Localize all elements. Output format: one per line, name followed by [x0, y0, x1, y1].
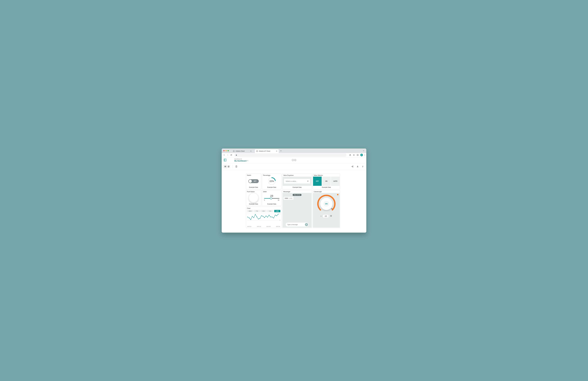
range-15d[interactable]: 15 D — [247, 210, 253, 212]
svg-point-32 — [247, 217, 248, 217]
svg-point-44 — [266, 216, 266, 216]
color-wheel[interactable]: ON ◀ — [317, 194, 336, 213]
info-button[interactable]: i — [361, 165, 364, 168]
tab-title: Arduino IoT Cloud — [259, 150, 270, 152]
selector-option-auto[interactable]: AUTO — [331, 177, 340, 186]
chart-plot: 1 0 — [246, 213, 281, 226]
brightness-input[interactable]: 100 — [323, 214, 329, 218]
share-button[interactable] — [351, 165, 354, 168]
widget-colored-light: Colored light ON ◀ — [313, 190, 340, 228]
svg-text:1: 1 — [280, 213, 280, 214]
svg-point-50 — [275, 215, 275, 215]
lock-icon — [236, 154, 237, 156]
browser-menu-icon[interactable] — [365, 154, 365, 156]
slider-value: 23 — [270, 194, 273, 197]
close-tab-icon[interactable] — [250, 150, 252, 152]
sidebar-toggle-icon[interactable] — [224, 159, 226, 161]
message-input-row — [286, 223, 309, 227]
profile-avatar[interactable]: S — [360, 154, 363, 156]
send-button[interactable] — [305, 223, 308, 226]
widget-push-button: Push Button Example Data — [246, 190, 261, 206]
svg-point-47 — [270, 216, 271, 217]
widget-chart: Chart 15 D 7 D 1 D 1 H LIVE 1 0 — [246, 207, 281, 228]
range-1d[interactable]: 1 D — [260, 210, 267, 212]
svg-text:0: 0 — [280, 220, 280, 221]
slider-thumb[interactable] — [270, 197, 272, 199]
wheel-marker-icon[interactable]: ◀ — [331, 208, 332, 210]
widget-percentage: Percentage 22% Example Data — [262, 174, 281, 189]
svg-point-51 — [276, 215, 277, 216]
push-button[interactable] — [249, 193, 258, 203]
svg-point-46 — [269, 215, 269, 215]
brightness-high-icon — [330, 215, 332, 217]
page-title[interactable]: My Dashboard — [234, 160, 248, 162]
svg-point-14 — [353, 167, 353, 167]
view-mode-button[interactable] — [224, 165, 227, 168]
brightness-low-icon — [321, 216, 321, 216]
window-min-dot[interactable] — [225, 150, 227, 151]
svg-point-48 — [272, 217, 272, 217]
svg-point-49 — [273, 218, 274, 218]
globe-icon — [233, 150, 235, 152]
chevron-down-icon — [247, 160, 248, 161]
arduino-logo-icon — [292, 159, 296, 161]
light-toggle[interactable]: ON — [323, 201, 329, 207]
svg-point-37 — [255, 214, 255, 215]
download-button[interactable] — [356, 165, 359, 168]
address-bar[interactable] — [234, 153, 346, 157]
widget-dropdown: Value Dropdown Select a value... Example… — [282, 174, 312, 189]
svg-point-42 — [263, 216, 263, 216]
bookmark-icon[interactable] — [353, 154, 355, 156]
svg-point-45 — [267, 217, 268, 217]
svg-point-36 — [253, 217, 254, 218]
selector-option-on[interactable]: ON — [322, 177, 331, 186]
tabs-overflow-icon[interactable] — [363, 150, 365, 152]
slider-track[interactable] — [264, 198, 279, 199]
widget-messenger: Messenger Mon 23 Oct Hello! 16:00 — [282, 190, 312, 228]
svg-point-19 — [331, 215, 331, 216]
widget-switch: Switch OFF Example Data — [246, 174, 261, 189]
breadcrumb: Dashboard — [234, 158, 248, 160]
svg-point-38 — [256, 216, 257, 217]
svg-point-40 — [260, 218, 260, 219]
browser-tab-active[interactable]: Arduino IoT Cloud — [255, 149, 279, 153]
new-tab-button[interactable]: + — [280, 150, 282, 152]
svg-point-35 — [252, 216, 252, 217]
device-view-button[interactable] — [235, 165, 238, 168]
tab-title: Arduino Cloud — [235, 150, 245, 152]
range-1h[interactable]: 1 H — [267, 210, 273, 212]
svg-point-33 — [249, 217, 250, 218]
svg-point-9 — [225, 166, 226, 167]
reload-button[interactable] — [230, 154, 232, 156]
close-tab-icon[interactable] — [276, 150, 277, 152]
svg-point-12 — [352, 166, 352, 167]
widget-slider: Slider 23 0 50 Example Data — [262, 190, 281, 206]
sidepanel-icon[interactable] — [357, 154, 359, 156]
switch-toggle[interactable]: OFF — [248, 179, 259, 183]
message-input[interactable] — [287, 224, 305, 225]
range-7d[interactable]: 7 D — [254, 210, 260, 212]
range-live[interactable]: LIVE — [274, 210, 280, 212]
svg-rect-0 — [236, 155, 237, 156]
gauge: 22% — [267, 177, 276, 186]
selector-option-off[interactable]: OFF — [313, 177, 322, 186]
browser-tab-inactive[interactable]: Arduino Cloud — [231, 149, 253, 153]
status-dot — [337, 194, 338, 195]
window-max-dot[interactable] — [228, 150, 229, 151]
svg-point-41 — [261, 215, 262, 216]
edit-mode-button[interactable] — [227, 165, 230, 168]
message-date: Mon 23 Oct — [293, 194, 301, 196]
globe-icon — [256, 150, 258, 152]
svg-point-39 — [258, 219, 259, 219]
svg-point-13 — [353, 166, 353, 166]
widget-value-selector: Value Selector OFF ON AUTO Example Data — [313, 174, 340, 189]
value-dropdown[interactable]: Select a value... — [284, 179, 310, 184]
svg-point-43 — [264, 217, 265, 218]
svg-point-34 — [250, 219, 251, 220]
forward-button[interactable] — [227, 154, 229, 156]
chevron-down-icon — [307, 181, 309, 182]
share-icon[interactable] — [349, 154, 351, 156]
window-close-dot[interactable] — [223, 150, 225, 151]
message-bubble: Hello! 16:00 — [284, 197, 294, 200]
back-button[interactable] — [223, 154, 225, 156]
